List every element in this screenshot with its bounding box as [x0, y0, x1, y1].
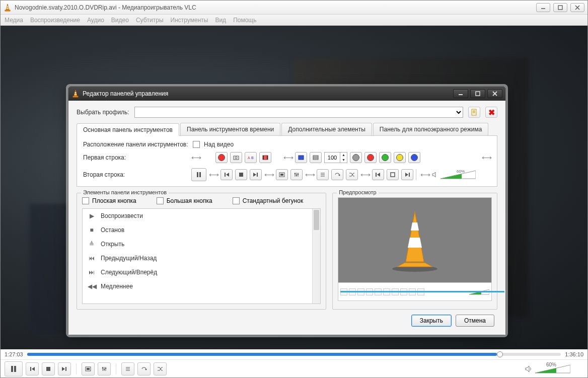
- svg-point-79: [104, 368, 105, 370]
- svg-rect-1: [7, 6, 9, 7]
- menu-subtitles[interactable]: Субтитры: [136, 17, 164, 24]
- dot-blue-button[interactable]: [408, 152, 420, 163]
- next-button[interactable]: [58, 362, 71, 375]
- flat-button-checkbox[interactable]: [82, 197, 89, 204]
- menu-view[interactable]: Вид: [215, 17, 226, 24]
- loop-button[interactable]: [331, 169, 343, 180]
- record-dot-icon: [218, 154, 225, 161]
- total-time[interactable]: 1:36:10: [565, 351, 583, 357]
- loop-button[interactable]: [137, 362, 151, 375]
- tab-extra[interactable]: Дополнительные элементы: [281, 123, 372, 135]
- fullscreen-button[interactable]: [82, 362, 95, 375]
- square-icon: [390, 172, 395, 177]
- snapshot-button[interactable]: [230, 152, 242, 163]
- play-pause-button[interactable]: [5, 361, 23, 376]
- flat-button-label: Плоская кнопка: [92, 197, 136, 204]
- menu-media[interactable]: Медиа: [5, 17, 23, 24]
- svg-rect-2: [7, 8, 9, 9]
- close-button[interactable]: [570, 3, 584, 12]
- big-button-checkbox[interactable]: [157, 197, 164, 204]
- minimize-button[interactable]: [536, 3, 550, 12]
- tab-fullscreen[interactable]: Панель для полноэкранного режима: [373, 123, 488, 135]
- video-area[interactable]: Редактор панелей управления Выбрать проф…: [1, 26, 587, 349]
- spin-up[interactable]: ▲: [340, 153, 347, 158]
- fullscreen-button[interactable]: [276, 169, 288, 180]
- seek-slider[interactable]: [27, 353, 561, 356]
- grip-icon[interactable]: ⟷: [305, 171, 314, 179]
- menu-audio[interactable]: Аудио: [87, 17, 104, 24]
- step-stop-button[interactable]: [387, 169, 399, 180]
- seek-knob[interactable]: [497, 351, 503, 357]
- menu-help[interactable]: Помощь: [233, 17, 256, 24]
- record-button[interactable]: [215, 152, 228, 163]
- volume-slider[interactable]: 60%: [440, 170, 476, 180]
- pause-button[interactable]: [191, 168, 206, 181]
- dialog-close-button[interactable]: [487, 89, 502, 98]
- deint-button[interactable]: [310, 152, 322, 163]
- aspect-icon: [298, 155, 304, 160]
- playlist-icon: [125, 366, 131, 371]
- tab-time-toolbar[interactable]: Панель инструментов времени: [180, 123, 280, 135]
- cancel-dialog-button[interactable]: Отмена: [456, 315, 494, 327]
- dot-yellow-button[interactable]: [394, 152, 406, 163]
- grip-icon[interactable]: ⟷: [283, 154, 292, 162]
- shuffle-button[interactable]: [154, 362, 167, 375]
- list-item[interactable]: ■Останов: [83, 223, 312, 237]
- list-item[interactable]: ≜Открыть: [83, 237, 312, 251]
- skip-next-icon: [61, 366, 67, 371]
- maximize-button[interactable]: [553, 3, 567, 12]
- shuffle-button[interactable]: [346, 169, 358, 180]
- menu-playback[interactable]: Воспроизведение: [30, 17, 80, 24]
- delete-x-icon: ✖: [488, 108, 495, 117]
- grip-icon[interactable]: ⟷: [482, 154, 491, 162]
- tab-main-toolbar[interactable]: Основная панель инструментов: [77, 123, 179, 136]
- zoom-spinner[interactable]: ▲▼: [324, 152, 347, 163]
- next-button[interactable]: [250, 169, 262, 180]
- grip-icon[interactable]: ⟷: [191, 154, 200, 162]
- step-back-button[interactable]: [372, 169, 384, 180]
- dot-green-button[interactable]: [379, 152, 391, 163]
- list-item[interactable]: ▶Воспроизвести: [83, 209, 312, 223]
- menu-tools[interactable]: Инструменты: [171, 17, 208, 24]
- svg-rect-16: [472, 109, 476, 115]
- grip-icon[interactable]: ⟷: [360, 171, 370, 179]
- grip-icon[interactable]: ⟷: [264, 171, 273, 179]
- previous-button[interactable]: [26, 362, 39, 375]
- stop-button[interactable]: [42, 362, 55, 375]
- crop-button[interactable]: [295, 152, 307, 163]
- atob-button[interactable]: AB: [245, 152, 257, 163]
- skip-prev-icon: ⏮: [88, 255, 96, 262]
- ext-settings-button[interactable]: [290, 169, 303, 180]
- prev-button[interactable]: [220, 169, 233, 180]
- grip-icon[interactable]: ⟷: [209, 171, 218, 179]
- delete-profile-button[interactable]: ✖: [485, 107, 497, 118]
- dialog-maximize-button[interactable]: [470, 89, 485, 98]
- speaker-icon[interactable]: [525, 365, 532, 372]
- elapsed-time[interactable]: 1:27:03: [5, 351, 23, 357]
- scrollbar-thumb[interactable]: [314, 210, 319, 230]
- preview-group: Предпросмотр: [332, 193, 497, 310]
- playlist-button[interactable]: [317, 169, 329, 180]
- close-dialog-button[interactable]: Закрыть: [411, 315, 452, 327]
- grip-icon[interactable]: ⟷: [420, 171, 429, 179]
- playlist-button[interactable]: [121, 362, 134, 375]
- list-item[interactable]: ⏭Следующий/Вперёд: [83, 265, 312, 279]
- zoom-value[interactable]: [325, 155, 340, 161]
- ext-settings-button[interactable]: [98, 362, 111, 375]
- spin-down[interactable]: ▼: [340, 158, 347, 163]
- scrollbar[interactable]: [312, 209, 320, 304]
- std-slider-checkbox[interactable]: [233, 197, 240, 204]
- dialog-minimize-button[interactable]: [453, 89, 468, 98]
- stop-button[interactable]: [235, 169, 247, 180]
- profile-select[interactable]: [134, 107, 463, 118]
- above-video-checkbox[interactable]: [193, 141, 200, 148]
- menu-video[interactable]: Видео: [111, 17, 129, 24]
- dot-red-button[interactable]: [364, 152, 377, 163]
- step-fwd-button[interactable]: [401, 169, 413, 180]
- frame-button[interactable]: [259, 152, 271, 163]
- new-profile-button[interactable]: [468, 107, 480, 118]
- dot-gray-button[interactable]: [350, 152, 362, 163]
- list-item[interactable]: ⏮Предыдущий/Назад: [83, 251, 312, 265]
- list-item[interactable]: ◀◀Медленнее: [83, 279, 312, 293]
- slower-icon: ◀◀: [88, 283, 96, 290]
